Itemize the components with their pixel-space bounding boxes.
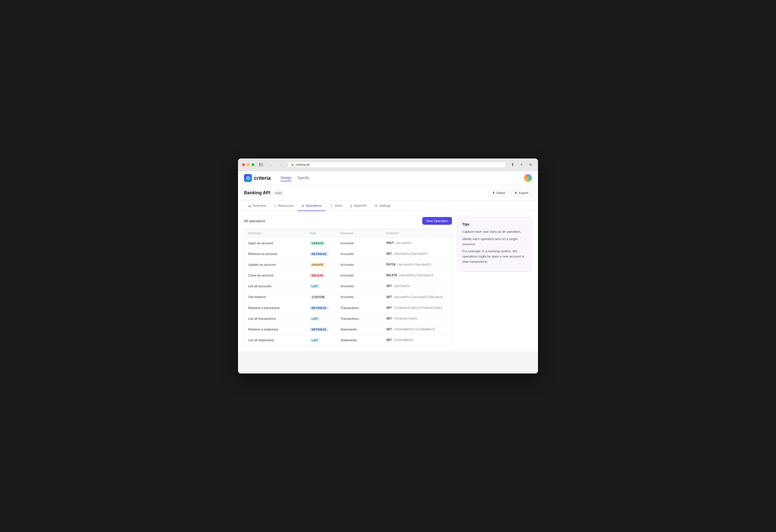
tabs-button[interactable]: ⧉ (527, 162, 534, 168)
share-browser-button[interactable]: ⬆ (509, 162, 516, 168)
table-row[interactable]: Close an account DELETE Accounts DELETE … (244, 270, 452, 281)
role-cell: UPDATE (310, 262, 341, 267)
table-row[interactable]: List all accounts LIST Accounts GET /acc… (244, 281, 452, 292)
method-text: GET (386, 284, 392, 288)
traffic-light-close[interactable] (242, 163, 245, 166)
method-text: GET (386, 328, 392, 331)
method-text: GET (386, 252, 392, 255)
summary-cell: List all statements (248, 338, 310, 342)
tab-openapi[interactable]: {} OpenAPI (346, 201, 371, 211)
branch-badge[interactable]: main (273, 190, 284, 195)
summary-cell: Get balance (248, 295, 310, 299)
table-row[interactable]: Retrieve a transaction RETRIEVE Transact… (244, 303, 452, 313)
logo-area: criteria (244, 174, 271, 182)
operations-header: All operations New Operation (244, 217, 452, 225)
logo-text: criteria (254, 175, 271, 181)
method-text: GET (386, 317, 392, 320)
summary-cell: Update an account (248, 263, 310, 267)
summary-cell: List all transactions (248, 317, 310, 321)
table-row[interactable]: List all statements LIST Statements GET … (244, 335, 452, 345)
endpoint-cell: GET /accounts/{account}/balance (386, 295, 448, 299)
export-button[interactable]: ⬇ Export (511, 189, 532, 196)
summary-cell: Retrieve a statement (248, 328, 310, 331)
tab-settings[interactable]: ⚙ Settings (371, 201, 395, 211)
resource-cell: Accounts (340, 241, 386, 245)
back-button[interactable]: ‹ (267, 162, 274, 168)
nav-specify[interactable]: Specify (298, 175, 309, 181)
resource-cell: Transactions (340, 317, 386, 321)
url-text: criteria.sh (296, 163, 310, 167)
tips-panel: Tips Capture each user story as an opera… (457, 217, 532, 272)
role-badge: CUSTOM (310, 295, 327, 299)
tips-title: Tips (462, 222, 527, 226)
browser-chrome: ‹ › 🔒 criteria.sh ⬆ + ⧉ (238, 159, 538, 171)
method-text: PATCH (386, 263, 395, 266)
share-icon: ⬆ (492, 191, 495, 195)
tab-docs[interactable]: 📄 Docs (326, 201, 346, 211)
endpoint-cell: GET /statements (386, 338, 448, 342)
address-bar[interactable]: 🔒 criteria.sh (287, 162, 506, 168)
summary-cell: List all accounts (248, 284, 310, 288)
method-text: GET (386, 295, 392, 299)
role-badge: UPDATE (310, 263, 326, 267)
resource-cell: Transactions (340, 306, 386, 310)
resource-cell: Accounts (340, 295, 386, 299)
new-tab-button[interactable]: + (518, 162, 525, 168)
traffic-light-minimize[interactable] (247, 163, 250, 166)
summary-cell: Open an account (248, 241, 310, 245)
main-content: All operations New Operation Summary Rol… (238, 211, 538, 352)
table-row[interactable]: Open an account CREATE Accounts POST /ac… (244, 238, 452, 248)
col-role: Role (310, 231, 341, 235)
resource-cell: Accounts (340, 263, 386, 267)
endpoint-cell: PATCH /accounts/{account} (386, 263, 448, 266)
nav-design[interactable]: Design (281, 175, 292, 181)
summary-cell: Retrieve an account (248, 252, 310, 256)
table-row[interactable]: Retrieve an account RETRIEVE Accounts GE… (244, 248, 452, 259)
box-icon: ◻ (274, 204, 276, 207)
role-badge: RETRIEVE (310, 328, 329, 332)
traffic-light-fullscreen[interactable] (251, 163, 254, 166)
forward-button[interactable]: › (277, 162, 284, 168)
table-row[interactable]: Update an account UPDATE Accounts PATCH … (244, 259, 452, 270)
page-title: Banking API (244, 190, 270, 195)
tab-operations[interactable]: ⇄ Operations (298, 201, 326, 211)
tab-overview[interactable]: ☁ Overview (244, 201, 270, 211)
role-cell: RETRIEVE (310, 327, 341, 332)
tips-text-0: Capture each user story as an operation. (462, 229, 527, 234)
new-operation-button[interactable]: New Operation (422, 217, 452, 225)
resource-cell: Accounts (340, 274, 386, 277)
table-row[interactable]: Retrieve a statement RETRIEVE Statements… (244, 324, 452, 335)
role-badge: RETRIEVE (310, 252, 329, 256)
tips-text-2: For example, in a banking system, the op… (462, 249, 527, 264)
role-cell: RETRIEVE (310, 251, 341, 256)
col-endpoint: Endpoint (386, 231, 448, 235)
role-badge: LIST (310, 317, 320, 321)
lock-icon: 🔒 (291, 163, 294, 166)
endpoint-cell: GET /transactions (386, 317, 448, 320)
app-content: criteria Design Specify Banking API main… (238, 171, 538, 352)
app-header: criteria Design Specify (238, 171, 538, 185)
page-actions: ⬆ Share ⬇ Export (489, 189, 532, 196)
sidebar-toggle-button[interactable] (257, 162, 264, 168)
table-row[interactable]: List all transactions LIST Transactions … (244, 313, 452, 324)
svg-rect-3 (261, 166, 263, 166)
svg-rect-1 (261, 163, 263, 164)
table-row[interactable]: Get balance CUSTOM Accounts GET /account… (244, 292, 452, 303)
app-nav: Design Specify (281, 175, 309, 181)
browser-window: ‹ › 🔒 criteria.sh ⬆ + ⧉ criteria (238, 159, 538, 373)
table-body: Open an account CREATE Accounts POST /ac… (244, 238, 452, 345)
operations-table: Summary Role Resource Endpoint Open an a… (244, 229, 452, 346)
method-text: POST (386, 241, 393, 245)
col-resource: Resource (340, 231, 386, 235)
endpoint-cell: GET /accounts (386, 284, 448, 288)
col-summary: Summary (248, 231, 310, 235)
resource-cell: Accounts (340, 284, 386, 288)
role-cell: CUSTOM (310, 295, 341, 299)
file-icon: 📄 (330, 204, 333, 207)
role-cell: LIST (310, 284, 341, 288)
endpoint-cell: GET /accounts/{account} (386, 252, 448, 255)
tab-resources[interactable]: ◻ Resources (270, 201, 298, 211)
summary-cell: Retrieve a transaction (248, 306, 310, 310)
role-badge: LIST (310, 338, 320, 342)
share-button[interactable]: ⬆ Share (489, 189, 509, 196)
